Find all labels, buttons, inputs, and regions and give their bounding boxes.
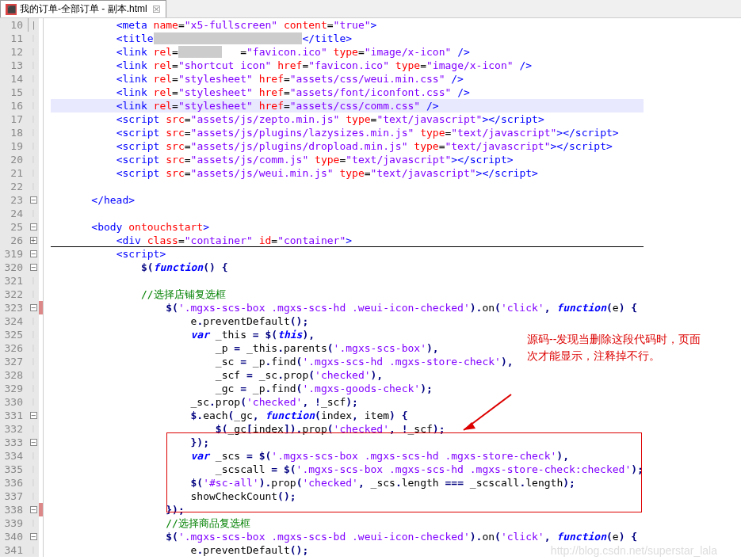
code-content[interactable]: });: [51, 436, 644, 449]
code-content[interactable]: //选择商品复选框: [51, 516, 644, 530]
fold-marker[interactable]: −: [28, 247, 39, 261]
code-line[interactable]: 324| e.preventDefault();: [0, 314, 644, 328]
code-content[interactable]: $(function() {: [51, 261, 644, 274]
line-number[interactable]: 337: [0, 490, 28, 503]
fold-marker[interactable]: −: [28, 220, 39, 234]
line-number[interactable]: 333: [0, 436, 28, 449]
code-content[interactable]: <body ontouchstart>: [51, 220, 644, 234]
line-number[interactable]: 328: [0, 368, 28, 382]
code-line[interactable]: 13| <link rel="shortcut icon" href="favi…: [0, 59, 644, 72]
code-line[interactable]: 10| <meta name="x5-fullscreen" content="…: [0, 18, 644, 32]
code-content[interactable]: var _scs = $('.mgxs-scs-box .mgxs-scs-hd…: [51, 449, 644, 463]
code-line[interactable]: 333− });: [0, 436, 644, 449]
code-content[interactable]: $.each(_gc, function(index, item) {: [51, 409, 644, 422]
code-content[interactable]: <script>: [51, 247, 644, 261]
code-line[interactable]: 341| e.preventDefault();: [0, 543, 644, 557]
fold-marker[interactable]: |: [28, 368, 39, 382]
line-number[interactable]: 11: [0, 32, 28, 45]
fold-marker[interactable]: |: [28, 59, 39, 72]
code-line[interactable]: 319− <script>: [0, 247, 644, 261]
line-number[interactable]: 19: [0, 139, 28, 153]
code-content[interactable]: $('.mgxs-scs-box .mgxs-scs-hd .weui-icon…: [51, 301, 644, 314]
code-content[interactable]: <script src="assets/js/weui.min.js" type…: [51, 166, 644, 180]
code-line[interactable]: 339| //选择商品复选框: [0, 516, 644, 530]
code-line[interactable]: 338− });: [0, 503, 644, 516]
code-line[interactable]: 18| <script src="assets/js/plugins/lazys…: [0, 126, 644, 139]
code-content[interactable]: _scf = _sc.prop('checked'),: [51, 368, 644, 382]
line-number[interactable]: 338: [0, 503, 28, 516]
fold-marker[interactable]: |: [28, 45, 39, 59]
fold-marker[interactable]: |: [28, 99, 39, 112]
line-number[interactable]: 16: [0, 99, 28, 112]
code-line[interactable]: 322| //选择店铺复选框: [0, 288, 644, 301]
code-line[interactable]: 340− $('.mgxs-scs-box .mgxs-scs-bd .weui…: [0, 530, 644, 543]
code-content[interactable]: _scscall = $('.mgxs-scs-box .mgxs-scs-hd…: [51, 463, 644, 476]
code-line[interactable]: 19| <script src="assets/js/plugins/dropl…: [0, 139, 644, 153]
code-content[interactable]: <link rel= ="favicon.ico" type="image/x-…: [51, 45, 644, 59]
fold-marker[interactable]: −: [28, 436, 39, 449]
line-number[interactable]: 339: [0, 516, 28, 530]
line-number[interactable]: 15: [0, 86, 28, 99]
fold-marker[interactable]: |: [28, 139, 39, 153]
code-content[interactable]: <script src="assets/js/plugins/lazysizes…: [51, 126, 644, 139]
code-line[interactable]: 328| _scf = _sc.prop('checked'),: [0, 368, 644, 382]
fold-marker[interactable]: |: [28, 341, 39, 355]
fold-marker[interactable]: |: [28, 422, 39, 436]
fold-marker[interactable]: |: [28, 449, 39, 463]
fold-marker[interactable]: |: [28, 166, 39, 180]
line-number[interactable]: 20: [0, 153, 28, 166]
fold-marker[interactable]: |: [28, 153, 39, 166]
code-line[interactable]: 323− $('.mgxs-scs-box .mgxs-scs-hd .weui…: [0, 301, 644, 314]
code-line[interactable]: 321|: [0, 274, 644, 288]
code-line[interactable]: 334| var _scs = $('.mgxs-scs-box .mgxs-s…: [0, 449, 644, 463]
fold-marker[interactable]: |: [28, 86, 39, 99]
fold-marker[interactable]: |: [28, 274, 39, 288]
fold-marker[interactable]: |: [28, 395, 39, 409]
line-number[interactable]: 325: [0, 328, 28, 341]
code-content[interactable]: <link rel="shortcut icon" href="favicon.…: [51, 59, 644, 72]
line-number[interactable]: 335: [0, 463, 28, 476]
code-line[interactable]: 337| showCheckCount();: [0, 490, 644, 503]
fold-marker[interactable]: |: [28, 355, 39, 368]
code-content[interactable]: //选择店铺复选框: [51, 288, 644, 301]
line-number[interactable]: 331: [0, 409, 28, 422]
code-content[interactable]: [51, 207, 644, 220]
code-line[interactable]: 336| $('#sc-all').prop('checked', _scs.l…: [0, 476, 644, 490]
code-line[interactable]: 14| <link rel="stylesheet" href="assets/…: [0, 72, 644, 86]
code-content[interactable]: <title </title>: [51, 32, 644, 45]
code-line[interactable]: 23− </head>: [0, 193, 644, 207]
fold-marker[interactable]: |: [28, 490, 39, 503]
code-content[interactable]: _sc.prop('checked', !_scf);: [51, 395, 644, 409]
code-content[interactable]: <script src="assets/js/plugins/dropload.…: [51, 139, 644, 153]
code-line[interactable]: 335| _scscall = $('.mgxs-scs-box .mgxs-s…: [0, 463, 644, 476]
code-line[interactable]: 25− <body ontouchstart>: [0, 220, 644, 234]
code-content[interactable]: [51, 180, 644, 193]
line-number[interactable]: 14: [0, 72, 28, 86]
fold-marker[interactable]: |: [28, 382, 39, 395]
line-number[interactable]: 322: [0, 288, 28, 301]
code-content[interactable]: </head>: [51, 193, 644, 207]
code-content[interactable]: $(_gc[index]).prop('checked', !_scf);: [51, 422, 644, 436]
line-number[interactable]: 332: [0, 422, 28, 436]
line-number[interactable]: 24: [0, 207, 28, 220]
fold-marker[interactable]: |: [28, 288, 39, 301]
line-number[interactable]: 319: [0, 247, 28, 261]
line-number[interactable]: 320: [0, 261, 28, 274]
code-line[interactable]: 330| _sc.prop('checked', !_scf);: [0, 395, 644, 409]
fold-marker[interactable]: |: [28, 476, 39, 490]
line-number[interactable]: 26: [0, 234, 28, 247]
fold-marker[interactable]: +: [28, 234, 39, 247]
fold-marker[interactable]: |: [28, 112, 39, 126]
code-content[interactable]: <meta name="x5-fullscreen" content="true…: [51, 18, 644, 32]
code-line[interactable]: 26+ <div class="container" id="container…: [0, 234, 644, 247]
fold-marker[interactable]: |: [28, 180, 39, 193]
code-editor[interactable]: 10| <meta name="x5-fullscreen" content="…: [0, 18, 741, 560]
code-line[interactable]: 20| <script src="assets/js/comm.js" type…: [0, 153, 644, 166]
code-line[interactable]: 24|: [0, 207, 644, 220]
line-number[interactable]: 340: [0, 530, 28, 543]
code-content[interactable]: [51, 274, 644, 288]
fold-marker[interactable]: −: [28, 409, 39, 422]
line-number[interactable]: 12: [0, 45, 28, 59]
line-number[interactable]: 336: [0, 476, 28, 490]
line-number[interactable]: 22: [0, 180, 28, 193]
